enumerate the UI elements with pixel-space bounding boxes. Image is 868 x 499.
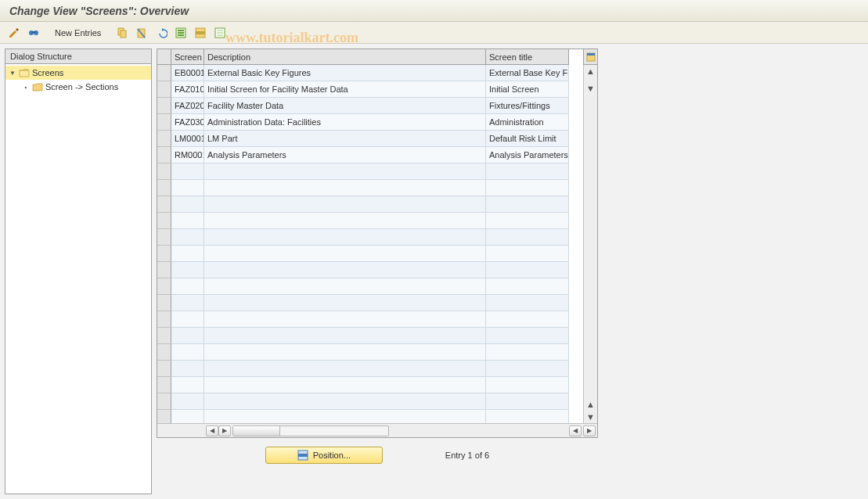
cell-screen[interactable] (171, 377, 204, 393)
cell-screen[interactable] (171, 295, 204, 311)
cell-screen-title[interactable] (486, 410, 569, 423)
row-selector[interactable] (157, 246, 171, 262)
row-selector[interactable] (157, 262, 171, 278)
cell-screen-title[interactable] (486, 328, 569, 344)
cell-description[interactable] (204, 344, 486, 361)
cell-screen-title[interactable] (486, 213, 569, 229)
row-selector[interactable] (157, 81, 171, 98)
column-header-screen[interactable]: Screen (171, 49, 204, 65)
row-selector[interactable] (157, 163, 171, 180)
cell-description[interactable] (204, 262, 486, 278)
delete-button[interactable] (132, 25, 151, 41)
cell-screen[interactable] (171, 229, 204, 246)
table-settings-button[interactable] (583, 49, 597, 65)
cell-screen[interactable]: FAZ030 (171, 114, 204, 131)
scroll-down-small-icon[interactable]: ▼ (585, 82, 597, 95)
row-selector[interactable] (157, 311, 171, 328)
cell-screen[interactable]: EB0001 (171, 65, 204, 81)
cell-screen-title[interactable]: Initial Screen (486, 81, 569, 98)
horizontal-scrollbar[interactable]: ◀ ▶ ◀ ▶ (157, 423, 597, 437)
new-entries-button[interactable]: New Entries (49, 25, 106, 41)
row-selector[interactable] (157, 410, 171, 423)
cell-description[interactable] (204, 377, 486, 393)
cell-screen[interactable] (171, 311, 204, 328)
cell-screen-title[interactable] (486, 393, 569, 410)
cell-description[interactable] (204, 246, 486, 262)
cell-screen[interactable] (171, 393, 204, 410)
cell-description[interactable] (204, 163, 486, 180)
cell-description[interactable]: Facility Master Data (204, 98, 486, 114)
cell-screen-title[interactable] (486, 180, 569, 196)
vertical-scrollbar[interactable]: ▲ ▼ ▲ ▼ (583, 65, 597, 423)
row-selector[interactable] (157, 328, 171, 344)
cell-description[interactable] (204, 295, 486, 311)
cell-description[interactable] (204, 361, 486, 377)
cell-description[interactable]: External Basic Key Figures (204, 65, 486, 81)
hscroll-left-end-icon[interactable]: ◀ (569, 425, 582, 436)
scroll-up-icon[interactable]: ▲ (585, 65, 597, 77)
hscroll-right-end-icon[interactable]: ▶ (583, 425, 596, 436)
tree-node-screen-sections[interactable]: • Screen -> Sections (5, 80, 151, 94)
cell-description[interactable] (204, 229, 486, 246)
cell-screen[interactable] (171, 262, 204, 278)
cell-description[interactable] (204, 393, 486, 410)
cell-screen-title[interactable] (486, 246, 569, 262)
hscroll-left-icon[interactable]: ◀ (206, 425, 218, 436)
row-selector[interactable] (157, 180, 171, 196)
cell-screen-title[interactable] (486, 196, 569, 213)
cell-description[interactable] (204, 278, 486, 295)
select-all-button[interactable] (171, 25, 190, 41)
cell-description[interactable] (204, 311, 486, 328)
cell-screen[interactable]: RM0001 (171, 147, 204, 163)
row-selector-header[interactable] (157, 49, 171, 65)
cell-screen-title[interactable]: Fixtures/Fittings (486, 98, 569, 114)
cell-screen-title[interactable] (486, 377, 569, 393)
row-selector[interactable] (157, 344, 171, 361)
cell-screen[interactable] (171, 361, 204, 377)
row-selector[interactable] (157, 114, 171, 131)
undo-button[interactable] (152, 25, 171, 41)
cell-description[interactable] (204, 196, 486, 213)
row-selector[interactable] (157, 278, 171, 295)
cell-screen-title[interactable]: External Base Key Figur (486, 65, 569, 81)
cell-screen[interactable] (171, 344, 204, 361)
position-button[interactable]: Position... (265, 447, 383, 464)
row-selector[interactable] (157, 295, 171, 311)
cell-description[interactable] (204, 213, 486, 229)
cell-description[interactable]: Administration Data: Facilities (204, 114, 486, 131)
cell-screen[interactable] (171, 196, 204, 213)
cell-description[interactable]: LM Part (204, 131, 486, 147)
cell-description[interactable]: Analysis Parameters (204, 147, 486, 163)
hscroll-track[interactable] (232, 425, 389, 436)
cell-screen[interactable] (171, 328, 204, 344)
cell-screen[interactable] (171, 410, 204, 423)
row-selector[interactable] (157, 213, 171, 229)
hscroll-right-step-icon[interactable]: ▶ (218, 425, 231, 436)
cell-screen[interactable]: FAZ020 (171, 98, 204, 114)
cell-screen-title[interactable]: Analysis Parameters (486, 147, 569, 163)
deselect-all-button[interactable] (211, 25, 229, 41)
tree-node-screens[interactable]: ▼ Screens (5, 66, 151, 80)
cell-screen-title[interactable] (486, 344, 569, 361)
cell-screen-title[interactable] (486, 229, 569, 246)
cell-description[interactable]: Initial Screen for Facility Master Data (204, 81, 486, 98)
collapse-icon[interactable]: ▼ (9, 69, 16, 77)
cell-screen[interactable] (171, 213, 204, 229)
cell-screen[interactable]: LM0001 (171, 131, 204, 147)
row-selector[interactable] (157, 196, 171, 213)
row-selector[interactable] (157, 361, 171, 377)
find-button[interactable] (24, 25, 43, 41)
toggle-change-mode-button[interactable] (5, 25, 23, 41)
row-selector[interactable] (157, 229, 171, 246)
row-selector[interactable] (157, 393, 171, 410)
row-selector[interactable] (157, 65, 171, 81)
scroll-up-bottom-icon[interactable]: ▲ (585, 398, 597, 411)
cell-screen-title[interactable]: Administration (486, 114, 569, 131)
row-selector[interactable] (157, 147, 171, 163)
cell-screen-title[interactable] (486, 295, 569, 311)
cell-description[interactable] (204, 328, 486, 344)
cell-screen[interactable] (171, 180, 204, 196)
copy-as-button[interactable] (113, 25, 131, 41)
cell-screen[interactable] (171, 278, 204, 295)
cell-screen[interactable] (171, 246, 204, 262)
